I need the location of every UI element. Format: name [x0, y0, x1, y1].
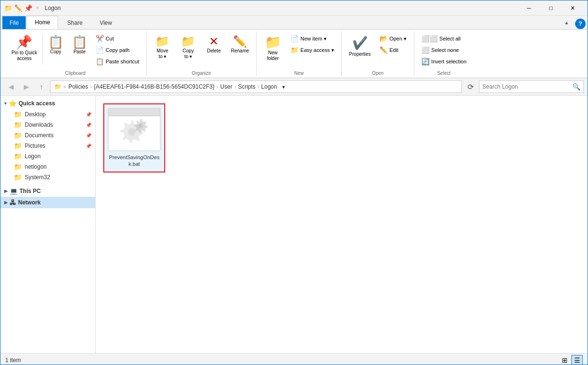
easy-access-button[interactable]: 📁 Easy access ▾ — [287, 45, 338, 55]
invert-selection-button[interactable]: 🔄 Invert selection — [418, 56, 470, 67]
select-all-button[interactable]: ⬜⬜ Select all — [418, 33, 470, 44]
sidebar-item-documents[interactable]: 📁 Documents 📌 — [0, 130, 95, 141]
svg-point-0 — [128, 128, 136, 136]
forward-button[interactable]: ▶ — [20, 80, 33, 93]
tab-view[interactable]: View — [91, 16, 120, 29]
path-crumb-logon[interactable]: Logon — [261, 83, 277, 90]
details-view-button[interactable]: ⊞ — [559, 355, 570, 365]
cut-button[interactable]: ✂️ Cut — [92, 33, 142, 44]
this-pc-chevron: ▶ — [4, 189, 8, 193]
properties-icon: ✔️ — [352, 36, 368, 51]
netlogon-folder-icon: 📁 — [14, 163, 22, 171]
new-item-button[interactable]: 📄 New item ▾ — [287, 33, 338, 44]
network-header[interactable]: ▶ 🖧 Network — [0, 197, 95, 208]
quick-access-chevron: ▾ — [4, 101, 7, 106]
tab-file[interactable]: File — [2, 16, 26, 29]
sidebar-item-netlogon[interactable]: 📁 netlogon — [0, 162, 95, 172]
new-folder-button[interactable]: 📁 Newfolder — [260, 33, 285, 64]
copy-button[interactable]: 📋 Copy — [45, 33, 67, 67]
window-title: Logon — [45, 5, 518, 11]
main-layout: ▾ ⭐ Quick access 📁 Desktop 📌 📁 Downloads… — [0, 96, 588, 353]
select-none-button[interactable]: ⬜ Select none — [418, 45, 470, 55]
path-dropdown-button[interactable]: ▾ — [279, 81, 289, 93]
path-crumb-policies[interactable]: Policies — [69, 83, 88, 90]
downloads-folder-icon: 📁 — [14, 121, 22, 129]
quick-access-label: Quick access — [19, 100, 55, 107]
properties-button[interactable]: ✔️ Properties — [346, 33, 374, 59]
pin-to-quick-access-button[interactable]: 📌 Pin to Quick access — [8, 33, 40, 64]
file-gears-icon — [120, 117, 149, 147]
organize-label: Organize — [150, 69, 252, 76]
minimize-button[interactable]: ─ — [518, 0, 540, 16]
up-button[interactable]: ↑ — [35, 80, 48, 93]
back-button[interactable]: ◀ — [4, 80, 18, 93]
path-crumb-scripts[interactable]: Scripts — [238, 83, 256, 90]
rename-button[interactable]: ✏️ Rename — [228, 33, 252, 56]
copy-to-button[interactable]: 📁 Copyto ▾ — [176, 33, 200, 62]
easy-access-icon: 📁 — [290, 46, 299, 54]
sidebar-item-system32[interactable]: 📁 System32 — [0, 172, 95, 182]
edit-icon: ✏️ — [14, 4, 22, 12]
select-label: Select — [418, 69, 470, 76]
edit-button[interactable]: ✏️ Edit — [376, 45, 410, 55]
path-sep-3: › — [217, 83, 219, 90]
cut-icon: ✂️ — [96, 35, 104, 42]
tab-home[interactable]: Home — [27, 16, 58, 29]
open-button[interactable]: 📂 Open ▾ — [376, 33, 410, 44]
path-sep-4: › — [234, 83, 236, 90]
delete-icon: ✕ — [209, 36, 219, 47]
quick-access-header[interactable]: ▾ ⭐ Quick access — [0, 98, 95, 109]
title-controls[interactable]: ─ □ ✕ — [518, 0, 584, 16]
svg-point-1 — [139, 123, 143, 128]
title-bar-icons: 📁 ✏️ 📌 ▾ — [4, 4, 41, 12]
open-small-btns: 📂 Open ▾ ✏️ Edit — [376, 33, 410, 55]
help-button[interactable]: ? — [575, 19, 586, 29]
new-folder-icon: 📁 — [265, 36, 281, 49]
paste-shortcut-button[interactable]: 📋 Paste shortcut — [92, 56, 142, 67]
pictures-folder-icon: 📁 — [14, 142, 22, 150]
network-label: Network — [18, 199, 40, 206]
content-area: PreventSavingOnDesk.bat — [96, 96, 588, 353]
sidebar-item-pictures[interactable]: 📁 Pictures 📌 — [0, 141, 95, 151]
copy-paste-group: 📋 Copy 📋 Paste ✂️ Cut 📄 Copy path — [45, 33, 142, 67]
paste-button[interactable]: 📋 Paste — [69, 33, 90, 67]
select-content: ⬜⬜ Select all ⬜ Select none 🔄 Invert sel… — [418, 31, 470, 69]
status-bar: 1 item ⊞ ☰ — [0, 353, 588, 365]
open-content: ✔️ Properties 📂 Open ▾ ✏️ Edit — [346, 31, 410, 69]
clipboard-label: Clipboard — [8, 69, 142, 76]
search-box[interactable]: 🔍 — [479, 81, 584, 93]
delete-button[interactable]: ✕ Delete — [202, 33, 226, 56]
path-crumb-user[interactable]: User — [220, 83, 232, 90]
open-label: Open — [346, 69, 410, 76]
large-icons-view-button[interactable]: ☰ — [571, 355, 583, 365]
move-to-button[interactable]: 📁 Moveto ▾ — [150, 33, 174, 62]
clipboard-small-btns: ✂️ Cut 📄 Copy path 📋 Paste shortcut — [92, 33, 142, 67]
new-item-icon: 📄 — [290, 35, 299, 42]
copy-icon: 📋 — [48, 36, 63, 48]
sidebar-item-downloads[interactable]: 📁 Downloads 📌 — [0, 120, 95, 130]
ribbon-section-organize: 📁 Moveto ▾ 📁 Copyto ▾ ✕ Delete ✏️ Rename… — [147, 31, 257, 76]
close-button[interactable]: ✕ — [562, 0, 584, 16]
sidebar-item-logon[interactable]: 📁 Logon — [0, 151, 95, 162]
path-crumb-guid[interactable]: {A4EEAF61-F984-416B-B156-5654DC91C2F3} — [94, 83, 215, 90]
path-folder-icon: 📁 — [54, 83, 61, 90]
ribbon-collapse-button[interactable]: ▲ — [560, 16, 573, 29]
this-pc-header[interactable]: ▶ 💻 This PC — [0, 185, 95, 197]
select-none-icon: ⬜ — [421, 46, 429, 54]
maximize-button[interactable]: □ — [540, 0, 562, 16]
tab-share[interactable]: Share — [59, 16, 90, 29]
copy-path-button[interactable]: 📄 Copy path — [92, 45, 142, 55]
search-input[interactable] — [482, 83, 570, 90]
open-icon: 📂 — [379, 35, 388, 42]
quick-access-star-icon: ⭐ — [9, 100, 17, 107]
select-all-icon: ⬜⬜ — [421, 35, 438, 42]
file-item-bat[interactable]: PreventSavingOnDesk.bat — [103, 103, 165, 172]
ribbon-tabs: File Home Share View ▲ ? — [0, 16, 588, 30]
paste-icon: 📋 — [72, 36, 87, 48]
ribbon-section-new: 📁 Newfolder 📄 New item ▾ 📁 Easy access ▾… — [257, 31, 342, 76]
refresh-button[interactable]: ⟳ — [464, 80, 477, 93]
rename-icon: ✏️ — [233, 36, 247, 47]
address-path[interactable]: 📁 « Policies › {A4EEAF61-F984-416B-B156-… — [50, 81, 462, 93]
pictures-pin-icon: 📌 — [86, 143, 91, 149]
sidebar-item-desktop[interactable]: 📁 Desktop 📌 — [0, 109, 95, 120]
